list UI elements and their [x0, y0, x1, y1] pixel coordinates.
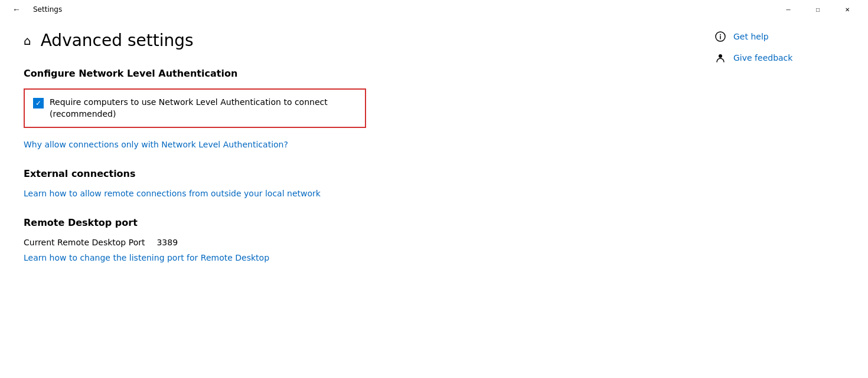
- give-feedback-item[interactable]: Give feedback: [714, 52, 856, 64]
- svg-point-1: [720, 34, 721, 35]
- titlebar-controls: ─ □ ✕: [775, 0, 861, 19]
- get-help-link[interactable]: Get help: [733, 32, 769, 41]
- remote-desktop-port-link[interactable]: Learn how to change the listening port f…: [24, 253, 679, 262]
- titlebar-left: ← Settings: [7, 0, 62, 19]
- close-button[interactable]: ✕: [834, 0, 861, 19]
- network-auth-checkbox[interactable]: ✓: [33, 98, 44, 109]
- page-title: Advanced settings: [41, 31, 194, 50]
- back-button[interactable]: ←: [7, 0, 26, 19]
- network-auth-link[interactable]: Why allow connections only with Network …: [24, 140, 679, 149]
- external-connections-section: External connections Learn how to allow …: [24, 168, 679, 198]
- network-auth-checkbox-container[interactable]: ✓ Require computers to use Network Level…: [24, 88, 366, 128]
- titlebar: ← Settings ─ □ ✕: [0, 0, 868, 19]
- maximize-button[interactable]: □: [804, 0, 831, 19]
- checkmark-icon: ✓: [35, 100, 41, 107]
- remote-desktop-port-section: Remote Desktop port Current Remote Deskt…: [24, 217, 679, 262]
- svg-point-3: [719, 54, 722, 58]
- sidebar: Get help Give feedback: [703, 19, 868, 378]
- network-auth-title: Configure Network Level Authentication: [24, 68, 679, 79]
- port-value: 3389: [156, 238, 178, 247]
- home-icon: ⌂: [24, 34, 31, 48]
- give-feedback-icon: [714, 52, 726, 64]
- titlebar-title: Settings: [33, 5, 62, 14]
- external-connections-link[interactable]: Learn how to allow remote connections fr…: [24, 189, 679, 198]
- give-feedback-link[interactable]: Give feedback: [733, 53, 792, 63]
- network-auth-checkbox-label: Require computers to use Network Level A…: [50, 97, 357, 120]
- content-area: ⌂ Advanced settings Configure Network Le…: [0, 19, 703, 378]
- get-help-icon: [714, 31, 726, 42]
- external-connections-title: External connections: [24, 168, 679, 179]
- network-auth-section: Configure Network Level Authentication ✓…: [24, 68, 679, 149]
- minimize-button[interactable]: ─: [775, 0, 802, 19]
- main-content: ⌂ Advanced settings Configure Network Le…: [0, 19, 868, 378]
- port-info: Current Remote Desktop Port 3389: [24, 238, 679, 247]
- page-header: ⌂ Advanced settings: [24, 31, 679, 50]
- get-help-item[interactable]: Get help: [714, 31, 856, 42]
- remote-desktop-port-title: Remote Desktop port: [24, 217, 679, 228]
- port-label: Current Remote Desktop Port: [24, 238, 145, 247]
